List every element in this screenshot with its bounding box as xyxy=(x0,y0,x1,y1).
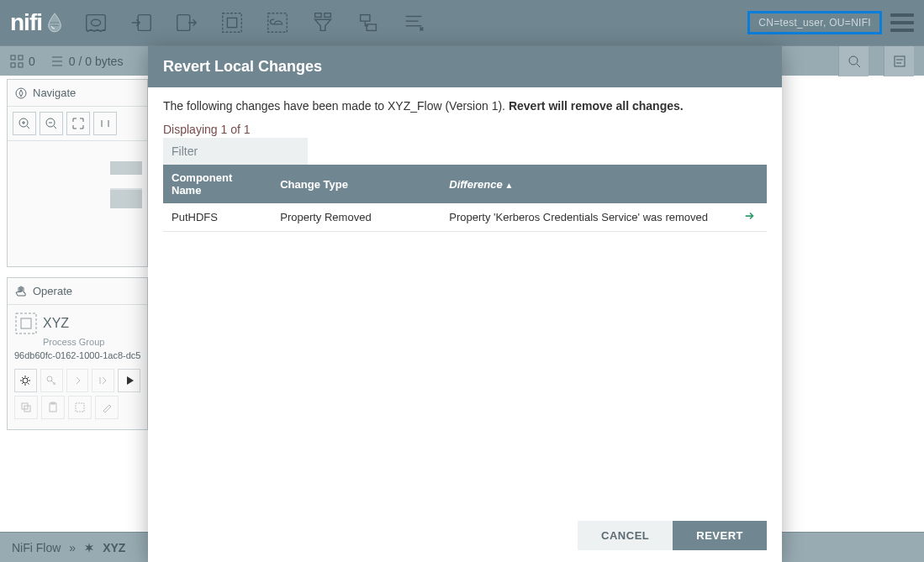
svg-rect-46 xyxy=(76,403,84,412)
arrow-right-icon xyxy=(744,210,756,222)
cell-component: PutHDFS xyxy=(163,203,272,232)
group-button[interactable] xyxy=(68,396,92,419)
cell-difference: Property 'Kerberos Credentials Service' … xyxy=(441,203,733,232)
filter-input[interactable] xyxy=(163,138,308,165)
dialog-message-prefix: The following changes have been made to … xyxy=(163,99,509,113)
navigate-header: Navigate xyxy=(8,80,147,107)
svg-rect-8 xyxy=(315,13,322,18)
dialog-message: The following changes have been made to … xyxy=(163,99,767,113)
cell-change-type: Property Removed xyxy=(272,203,441,232)
svg-rect-10 xyxy=(361,15,370,22)
pg-type: Process Group xyxy=(43,337,140,347)
minimap[interactable] xyxy=(8,140,147,266)
dialog-title: Revert Local Changes xyxy=(148,46,782,87)
copy-button[interactable] xyxy=(14,396,38,419)
funnel-icon[interactable] xyxy=(308,8,338,38)
navigate-panel: Navigate xyxy=(7,79,148,267)
svg-point-22 xyxy=(849,56,858,65)
svg-rect-4 xyxy=(177,15,190,31)
table-body-scroll[interactable]: PutHDFS Property Removed Property 'Kerbe… xyxy=(163,203,767,506)
toolbar-icons xyxy=(81,8,429,38)
svg-rect-11 xyxy=(367,24,376,31)
disable-button[interactable] xyxy=(92,369,114,392)
pg-label: XYZ xyxy=(14,312,140,335)
breadcrumb-root[interactable]: NiFi Flow xyxy=(12,541,61,554)
paste-button[interactable] xyxy=(41,396,65,419)
bulletin-button[interactable] xyxy=(884,46,914,76)
cancel-button[interactable]: CANCEL xyxy=(578,521,673,550)
label-icon[interactable] xyxy=(399,8,429,38)
color-button[interactable] xyxy=(95,396,119,419)
operate-title: Operate xyxy=(33,285,72,297)
pg-icon xyxy=(14,312,38,335)
breadcrumb-current: XYZ xyxy=(103,541,125,554)
global-menu-icon[interactable] xyxy=(890,13,914,32)
col-change-type[interactable]: Change Type xyxy=(272,165,441,203)
process-group-icon[interactable] xyxy=(217,8,247,38)
input-port-icon[interactable] xyxy=(126,8,156,38)
col-action xyxy=(733,165,767,203)
svg-line-29 xyxy=(27,126,29,129)
top-right: CN=test_user, OU=NIFI xyxy=(747,11,914,34)
stat-components: 0 xyxy=(10,55,35,68)
grid-icon xyxy=(10,55,24,68)
sort-asc-icon: ▲ xyxy=(505,181,514,190)
start-button[interactable] xyxy=(118,369,140,392)
svg-rect-18 xyxy=(18,63,23,67)
col-difference[interactable]: Difference▲ xyxy=(441,165,733,203)
output-port-icon[interactable] xyxy=(172,8,202,38)
template-icon[interactable] xyxy=(353,8,383,38)
navigate-title: Navigate xyxy=(33,87,76,99)
svg-line-33 xyxy=(54,126,56,129)
svg-rect-16 xyxy=(18,55,23,60)
asterisk-icon xyxy=(84,543,94,553)
logo: nifi xyxy=(10,9,64,36)
zoom-fit-button[interactable] xyxy=(66,112,90,135)
dialog-body: The following changes have been made to … xyxy=(148,87,782,512)
svg-rect-38 xyxy=(16,313,36,334)
revert-button[interactable]: REVERT xyxy=(673,521,767,550)
operate-header: Operate xyxy=(8,278,147,305)
svg-rect-6 xyxy=(227,18,236,27)
logo-drop-icon xyxy=(45,12,64,34)
enable-button[interactable] xyxy=(66,369,89,392)
zoom-in-button[interactable] xyxy=(13,112,36,135)
pg-id: 96db60fc-0162-1000-1ac8-dc5 xyxy=(14,350,140,360)
operate-panel: Operate XYZ Process Group 96db60fc-0162-… xyxy=(7,277,148,430)
search-button[interactable] xyxy=(838,46,869,76)
svg-rect-9 xyxy=(325,13,331,18)
svg-point-40 xyxy=(23,378,28,383)
processor-icon[interactable] xyxy=(81,8,111,38)
remote-process-group-icon[interactable] xyxy=(262,8,293,38)
note-icon xyxy=(893,55,906,68)
svg-rect-17 xyxy=(11,63,15,67)
dialog-footer: CANCEL REVERT xyxy=(148,512,782,562)
operate-body: XYZ Process Group 96db60fc-0162-1000-1ac… xyxy=(8,305,147,429)
top-toolbar: nifi CN=test_user, OU=NIFI xyxy=(0,0,924,45)
user-identity: CN=test_user, OU=NIFI xyxy=(747,11,882,34)
svg-rect-15 xyxy=(11,55,15,60)
revert-local-changes-dialog: Revert Local Changes The following chang… xyxy=(148,46,782,562)
logo-text: nifi xyxy=(10,9,42,36)
zoom-out-button[interactable] xyxy=(40,112,63,135)
compass-icon xyxy=(14,87,28,100)
goto-component-button[interactable] xyxy=(733,203,767,232)
configure-button[interactable] xyxy=(14,369,37,392)
list-icon xyxy=(50,55,64,68)
svg-rect-39 xyxy=(21,318,31,328)
table-row: PutHDFS Property Removed Property 'Kerbe… xyxy=(163,203,767,232)
hand-icon xyxy=(14,285,28,298)
dialog-message-bold: Revert will remove all changes. xyxy=(509,99,684,113)
col-component[interactable]: Component Name xyxy=(163,165,272,203)
stat-queue: 0 / 0 bytes xyxy=(50,55,124,68)
stat-count: 0 xyxy=(29,55,35,68)
zoom-actual-button[interactable] xyxy=(93,112,117,135)
svg-rect-5 xyxy=(223,13,242,33)
svg-line-23 xyxy=(857,64,860,67)
key-button[interactable] xyxy=(40,369,63,392)
navigate-controls xyxy=(8,107,147,140)
changes-table: Component Name Change Type Difference▲ xyxy=(163,165,767,203)
left-panels: Navigate Operate XYZ Pro xyxy=(7,79,148,440)
pg-name: XYZ xyxy=(43,316,69,331)
svg-rect-2 xyxy=(87,15,106,31)
